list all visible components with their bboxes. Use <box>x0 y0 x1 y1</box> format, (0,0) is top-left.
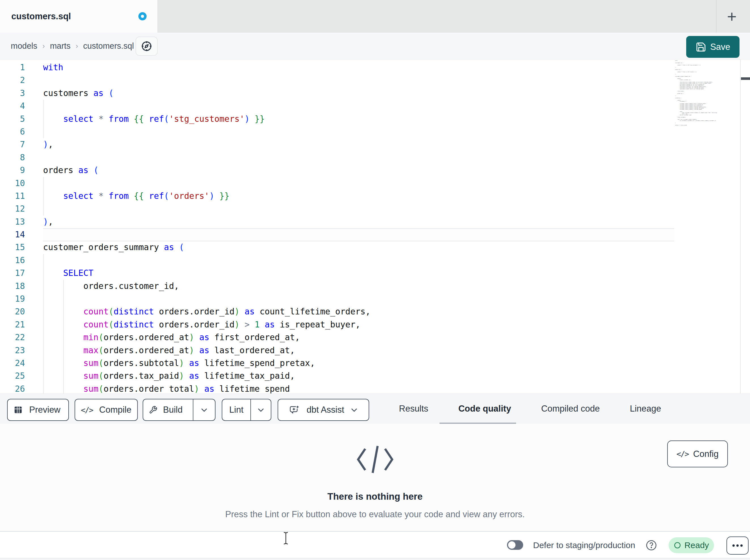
code-line[interactable]: 8 <box>0 151 674 164</box>
tab-bar-divider <box>716 0 716 33</box>
lint-dropdown-button[interactable] <box>251 399 271 420</box>
code-line[interactable]: 9orders as ( <box>0 164 674 177</box>
defer-toggle[interactable] <box>507 540 523 550</box>
line-number: 12 <box>0 203 25 215</box>
tab-lineage[interactable]: Lineage <box>630 403 661 414</box>
compile-button[interactable]: </> Compile <box>75 399 138 421</box>
build-button[interactable]: Build <box>143 399 193 420</box>
dbt-assist-button[interactable]: dbt Assist <box>278 399 369 421</box>
ready-circle-icon <box>674 542 681 549</box>
code-brackets-icon: </> <box>81 406 93 414</box>
line-number: 1 <box>0 61 25 74</box>
code-line[interactable]: 4 <box>0 100 674 112</box>
minimap[interactable]: with customers as ( select * from {{ ref… <box>675 60 740 393</box>
tab-customers-sql[interactable]: customers.sql <box>0 0 157 33</box>
code-line[interactable]: 24 sum(orders.subtotal) as lifetime_spen… <box>0 357 674 370</box>
lint-split-button: Lint <box>222 399 271 421</box>
editor-toolbar: Preview </> Compile Build Lint <box>0 394 750 424</box>
assist-chat-sparkle-icon <box>290 405 300 415</box>
line-number: 13 <box>0 215 25 228</box>
code-line[interactable]: 14 <box>0 228 674 241</box>
code-line[interactable]: 5 select * from {{ ref('stg_customers') … <box>0 113 674 125</box>
code-editor[interactable]: 1with23customers as (45 select * from {{… <box>0 60 750 394</box>
code-line[interactable]: 19 <box>0 293 674 305</box>
dot <box>736 544 739 547</box>
chevron-down-icon <box>201 408 207 412</box>
defer-label: Defer to staging/production <box>533 532 635 559</box>
save-button[interactable]: Save <box>686 36 739 58</box>
breadcrumb-item-marts[interactable]: marts <box>50 41 71 51</box>
line-number: 25 <box>0 370 25 382</box>
tab-compiled-code[interactable]: Compiled code <box>541 403 600 414</box>
code-line[interactable]: 16 <box>0 254 674 267</box>
chevron-down-icon <box>351 408 357 412</box>
line-number: 9 <box>0 164 25 177</box>
code-line[interactable]: 22 min(orders.ordered_at) as first_order… <box>0 331 674 344</box>
code-line[interactable]: 26 sum(orders.order_total) as lifetime_s… <box>0 383 674 394</box>
empty-state-title: There is nothing here <box>0 491 750 502</box>
code-line[interactable]: 15customer_orders_summary as ( <box>0 241 674 254</box>
help-icon[interactable] <box>645 539 657 551</box>
tab-results[interactable]: Results <box>399 403 428 414</box>
lint-button[interactable]: Lint <box>222 399 250 420</box>
config-label: Config <box>693 449 719 459</box>
breadcrumb: models › marts › customers.sql <box>11 33 134 60</box>
compile-label: Compile <box>98 405 133 415</box>
chevron-down-icon <box>258 408 264 412</box>
code-line[interactable]: 20 count(distinct orders.order_id) as co… <box>0 305 674 318</box>
code-brackets-icon: </> <box>676 450 689 458</box>
code-line[interactable]: 18 orders.customer_id, <box>0 280 674 293</box>
code-line[interactable]: 25 sum(orders.tax_paid) as lifetime_tax_… <box>0 370 674 382</box>
compass-icon <box>140 40 153 53</box>
line-number: 17 <box>0 267 25 279</box>
new-tab-button[interactable]: + <box>719 0 745 33</box>
line-number: 4 <box>0 100 25 112</box>
line-number: 21 <box>0 318 25 331</box>
code-line[interactable]: 6 <box>0 125 674 138</box>
line-number: 7 <box>0 138 25 151</box>
tab-bar: + customers.sql <box>0 0 750 33</box>
code-quality-panel: There is nothing here Press the Lint or … <box>0 424 750 531</box>
code-line[interactable]: 23 max(orders.ordered_at) as last_ordere… <box>0 344 674 357</box>
more-options-button[interactable] <box>727 537 749 555</box>
line-number: 5 <box>0 113 25 125</box>
config-button[interactable]: </> Config <box>667 440 728 468</box>
overview-ruler-marker <box>741 77 750 80</box>
status-ready-badge[interactable]: Ready <box>669 537 714 553</box>
dbt-assist-label: dbt Assist <box>305 405 346 415</box>
line-number: 6 <box>0 125 25 138</box>
code-line[interactable]: 7), <box>0 138 674 151</box>
code-line[interactable]: 12 <box>0 203 674 215</box>
code-line[interactable]: 11 select * from {{ ref('orders') }} <box>0 190 674 203</box>
build-dropdown-button[interactable] <box>193 399 215 420</box>
line-number: 20 <box>0 305 25 318</box>
tab-code-quality[interactable]: Code quality <box>458 403 511 414</box>
line-number: 19 <box>0 293 25 305</box>
code-line[interactable]: 3customers as ( <box>0 87 674 100</box>
panel-tabs: Results Code quality Compiled code Linea… <box>399 394 661 424</box>
build-label: Build <box>161 405 184 415</box>
code-line[interactable]: 2 <box>0 74 674 87</box>
breadcrumb-item-customers-sql[interactable]: customers.sql <box>83 41 134 51</box>
code-brackets-icon <box>355 443 395 475</box>
ready-label: Ready <box>685 540 709 550</box>
line-number: 24 <box>0 357 25 370</box>
preview-label: Preview <box>27 405 62 415</box>
code-line[interactable]: 1with <box>0 61 674 74</box>
preview-button[interactable]: Preview <box>7 399 69 421</box>
code-line[interactable]: 10 <box>0 177 674 190</box>
code-lines[interactable]: 1with23customers as (45 select * from {{… <box>0 61 674 394</box>
code-line[interactable]: 17 SELECT <box>0 267 674 279</box>
line-number: 15 <box>0 241 25 254</box>
line-number: 16 <box>0 254 25 267</box>
line-number: 10 <box>0 177 25 190</box>
lineage-navigate-button[interactable] <box>136 37 158 56</box>
tab-title: customers.sql <box>11 11 71 22</box>
code-line[interactable]: 13), <box>0 215 674 228</box>
breadcrumb-item-models[interactable]: models <box>11 41 37 51</box>
code-line[interactable]: 21 count(distinct orders.order_id) > 1 a… <box>0 318 674 331</box>
line-number: 3 <box>0 87 25 100</box>
table-icon <box>13 405 23 415</box>
breadcrumb-separator: › <box>76 42 78 50</box>
minimap-divider <box>740 60 741 394</box>
